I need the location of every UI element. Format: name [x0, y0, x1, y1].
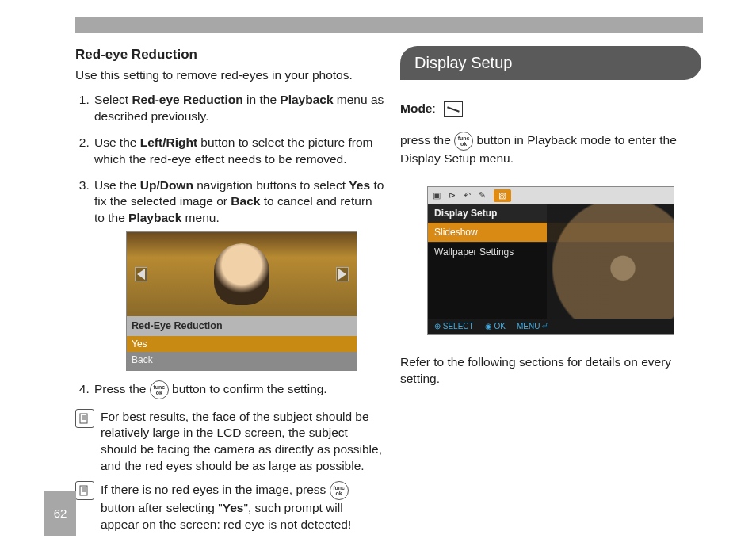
- foot-ok: ◉ OK: [485, 321, 506, 332]
- step-3: Use the Up/Down navigation buttons to se…: [93, 178, 384, 371]
- figure-tabs: ▣ ⊳ ↶ ✎ ▧: [428, 187, 674, 204]
- svg-rect-4: [80, 486, 87, 495]
- figure-redeye: Red-Eye Reduction Yes Back: [126, 231, 357, 370]
- note-icon: [75, 409, 94, 428]
- face-illustration: [214, 243, 269, 305]
- figure-redeye-back: Back: [127, 352, 357, 369]
- header-bar: [75, 17, 703, 33]
- note-1: For best results, the face of the subjec…: [75, 409, 384, 476]
- figure-redeye-title: Red-Eye Reduction: [127, 316, 357, 336]
- steps-list: Select Red-eye Reduction in the Playback…: [75, 92, 384, 399]
- flower-illustration: [547, 204, 674, 320]
- nav-left-icon: [135, 267, 147, 281]
- nav-right-icon: [336, 267, 349, 281]
- right-column: Display Setup Mode: press the func ok bu…: [400, 46, 701, 388]
- tab-selected-icon: ▧: [494, 189, 511, 202]
- tab-icon: ⊳: [449, 189, 456, 201]
- func-ok-icon: func ok: [330, 481, 349, 500]
- mode-line: Mode:: [400, 101, 701, 117]
- page-number: 62: [44, 491, 76, 536]
- mode-icon: [444, 101, 463, 117]
- section-heading: Red-eye Reduction: [75, 46, 384, 64]
- note-1-text: For best results, the face of the subjec…: [101, 409, 384, 476]
- figure-display-setup: ▣ ⊳ ↶ ✎ ▧ Display Setup Slideshow Wallpa…: [427, 186, 674, 335]
- note-2-text: If there is no red eyes in the image, pr…: [101, 481, 384, 533]
- intro-text: Use this setting to remove red-eyes in y…: [75, 67, 384, 84]
- instruction-text: press the func ok button in Playback mod…: [400, 132, 701, 167]
- svg-rect-0: [80, 414, 87, 423]
- figure-footer: ⊕ SELECT ◉ OK MENU ⏎: [428, 319, 674, 334]
- note-2: If there is no red eyes in the image, pr…: [75, 481, 384, 533]
- left-column: Red-eye Reduction Use this setting to re…: [75, 46, 384, 533]
- foot-select: ⊕ SELECT: [434, 321, 474, 332]
- note-icon: [75, 481, 94, 500]
- section-pill: Display Setup: [400, 46, 701, 80]
- refer-text: Refer to the following sections for deta…: [400, 354, 701, 388]
- tab-icon: ↶: [464, 189, 471, 201]
- func-ok-icon: func ok: [150, 380, 169, 399]
- figure-redeye-photo: [127, 232, 357, 316]
- func-ok-icon: func ok: [454, 132, 473, 151]
- step-2: Use the Left/Right button to select the …: [93, 135, 384, 168]
- tab-icon: ✎: [479, 189, 486, 201]
- step-1: Select Red-eye Reduction in the Playback…: [93, 92, 384, 125]
- foot-menu: MENU ⏎: [517, 321, 548, 332]
- step-4: Press the func ok button to confirm the …: [93, 380, 384, 399]
- figure-redeye-yes: Yes: [127, 336, 357, 352]
- tab-icon: ▣: [433, 189, 441, 201]
